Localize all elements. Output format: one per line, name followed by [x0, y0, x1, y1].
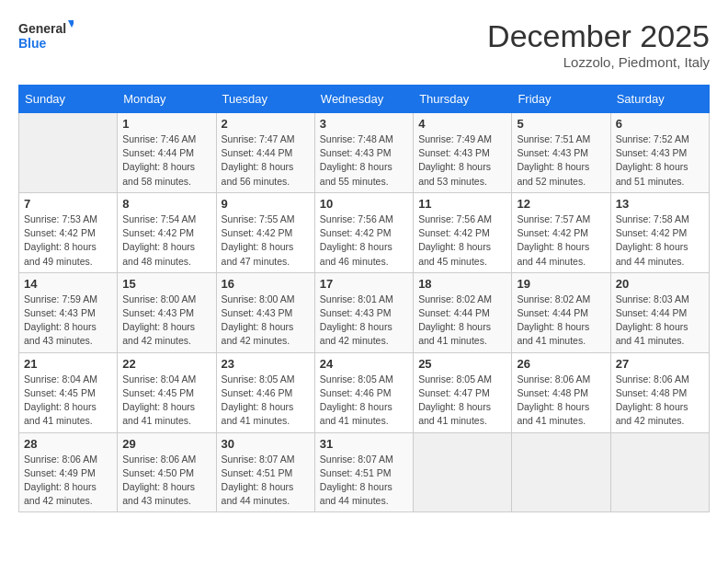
day-number: 21 [24, 357, 112, 371]
day-number: 25 [418, 357, 506, 371]
calendar-cell: 19 Sunrise: 8:02 AMSunset: 4:44 PMDaylig… [512, 272, 610, 352]
calendar-cell: 22 Sunrise: 8:04 AMSunset: 4:45 PMDaylig… [118, 352, 216, 432]
day-number: 28 [24, 437, 112, 451]
day-number: 3 [320, 117, 408, 131]
day-number: 14 [24, 277, 112, 291]
weekday-header-sunday: Sunday [19, 86, 118, 113]
day-number: 8 [122, 197, 210, 211]
weekday-header-saturday: Saturday [610, 86, 709, 113]
day-info: Sunrise: 8:06 AMSunset: 4:50 PMDaylight:… [122, 453, 210, 509]
calendar-cell: 29 Sunrise: 8:06 AMSunset: 4:50 PMDaylig… [118, 432, 216, 512]
calendar-cell: 1 Sunrise: 7:46 AMSunset: 4:44 PMDayligh… [118, 113, 216, 193]
calendar-cell: 6 Sunrise: 7:52 AMSunset: 4:43 PMDayligh… [610, 113, 709, 193]
day-number: 9 [222, 197, 310, 211]
calendar-cell [414, 432, 512, 512]
calendar-cell: 7 Sunrise: 7:53 AMSunset: 4:42 PMDayligh… [19, 192, 118, 272]
day-info: Sunrise: 7:53 AMSunset: 4:42 PMDaylight:… [24, 213, 112, 269]
day-number: 18 [418, 277, 506, 291]
day-info: Sunrise: 8:02 AMSunset: 4:44 PMDaylight:… [517, 293, 605, 349]
calendar-week-5: 28 Sunrise: 8:06 AMSunset: 4:49 PMDaylig… [19, 432, 710, 512]
calendar-cell: 31 Sunrise: 8:07 AMSunset: 4:51 PMDaylig… [314, 432, 413, 512]
day-info: Sunrise: 8:07 AMSunset: 4:51 PMDaylight:… [320, 453, 408, 509]
calendar-cell: 25 Sunrise: 8:05 AMSunset: 4:47 PMDaylig… [414, 352, 512, 432]
day-number: 31 [320, 437, 408, 451]
calendar-cell: 5 Sunrise: 7:51 AMSunset: 4:43 PMDayligh… [512, 113, 610, 193]
day-number: 27 [616, 357, 704, 371]
day-info: Sunrise: 7:46 AMSunset: 4:44 PMDaylight:… [122, 132, 210, 189]
svg-marker-2 [68, 20, 74, 28]
calendar-week-4: 21 Sunrise: 8:04 AMSunset: 4:45 PMDaylig… [19, 352, 710, 432]
calendar-cell: 23 Sunrise: 8:05 AMSunset: 4:46 PMDaylig… [216, 352, 314, 432]
day-number: 30 [222, 437, 310, 451]
day-number: 20 [616, 277, 704, 291]
day-info: Sunrise: 8:06 AMSunset: 4:49 PMDaylight:… [24, 453, 112, 509]
day-info: Sunrise: 7:51 AMSunset: 4:43 PMDaylight:… [517, 132, 605, 189]
day-info: Sunrise: 8:06 AMSunset: 4:48 PMDaylight:… [616, 373, 704, 429]
day-info: Sunrise: 7:52 AMSunset: 4:43 PMDaylight:… [616, 132, 704, 189]
calendar-cell: 3 Sunrise: 7:48 AMSunset: 4:43 PMDayligh… [314, 113, 413, 193]
calendar-cell: 24 Sunrise: 8:05 AMSunset: 4:46 PMDaylig… [314, 352, 413, 432]
calendar-cell [512, 432, 610, 512]
day-info: Sunrise: 8:05 AMSunset: 4:46 PMDaylight:… [222, 373, 310, 429]
svg-text:General: General [18, 21, 66, 36]
day-info: Sunrise: 7:49 AMSunset: 4:43 PMDaylight:… [418, 132, 506, 189]
calendar-cell: 30 Sunrise: 8:07 AMSunset: 4:51 PMDaylig… [216, 432, 314, 512]
calendar-cell: 10 Sunrise: 7:56 AMSunset: 4:42 PMDaylig… [314, 192, 413, 272]
weekday-header-row: SundayMondayTuesdayWednesdayThursdayFrid… [19, 86, 710, 113]
svg-text:Blue: Blue [18, 36, 47, 51]
weekday-header-wednesday: Wednesday [314, 86, 413, 113]
weekday-header-tuesday: Tuesday [216, 86, 314, 113]
day-number: 19 [517, 277, 605, 291]
page-header: General Blue December 2025 Lozzolo, Pied… [18, 18, 710, 70]
day-info: Sunrise: 7:57 AMSunset: 4:42 PMDaylight:… [517, 213, 605, 269]
calendar-cell: 9 Sunrise: 7:55 AMSunset: 4:42 PMDayligh… [216, 192, 314, 272]
day-number: 5 [517, 117, 605, 131]
logo-svg: General Blue [18, 18, 74, 57]
day-number: 24 [320, 357, 408, 371]
calendar-cell: 11 Sunrise: 7:56 AMSunset: 4:42 PMDaylig… [414, 192, 512, 272]
day-info: Sunrise: 7:55 AMSunset: 4:42 PMDaylight:… [222, 213, 310, 269]
day-info: Sunrise: 7:56 AMSunset: 4:42 PMDaylight:… [320, 213, 408, 269]
day-number: 22 [122, 357, 210, 371]
location-subtitle: Lozzolo, Piedmont, Italy [487, 54, 710, 70]
title-block: December 2025 Lozzolo, Piedmont, Italy [487, 18, 710, 70]
day-info: Sunrise: 8:04 AMSunset: 4:45 PMDaylight:… [122, 373, 210, 429]
day-number: 2 [222, 117, 310, 131]
day-number: 6 [616, 117, 704, 131]
day-info: Sunrise: 8:00 AMSunset: 4:43 PMDaylight:… [222, 293, 310, 349]
weekday-header-thursday: Thursday [414, 86, 512, 113]
day-info: Sunrise: 7:58 AMSunset: 4:42 PMDaylight:… [616, 213, 704, 269]
calendar-cell: 13 Sunrise: 7:58 AMSunset: 4:42 PMDaylig… [610, 192, 709, 272]
day-number: 29 [122, 437, 210, 451]
day-number: 7 [24, 197, 112, 211]
day-info: Sunrise: 7:48 AMSunset: 4:43 PMDaylight:… [320, 132, 408, 189]
calendar-cell: 27 Sunrise: 8:06 AMSunset: 4:48 PMDaylig… [610, 352, 709, 432]
calendar-cell: 18 Sunrise: 8:02 AMSunset: 4:44 PMDaylig… [414, 272, 512, 352]
day-info: Sunrise: 8:04 AMSunset: 4:45 PMDaylight:… [24, 373, 112, 429]
day-info: Sunrise: 8:06 AMSunset: 4:48 PMDaylight:… [517, 373, 605, 429]
day-info: Sunrise: 8:02 AMSunset: 4:44 PMDaylight:… [418, 293, 506, 349]
day-info: Sunrise: 7:56 AMSunset: 4:42 PMDaylight:… [418, 213, 506, 269]
calendar-cell: 20 Sunrise: 8:03 AMSunset: 4:44 PMDaylig… [610, 272, 709, 352]
day-number: 12 [517, 197, 605, 211]
calendar-cell: 17 Sunrise: 8:01 AMSunset: 4:43 PMDaylig… [314, 272, 413, 352]
weekday-header-monday: Monday [118, 86, 216, 113]
calendar-cell: 28 Sunrise: 8:06 AMSunset: 4:49 PMDaylig… [19, 432, 118, 512]
day-number: 23 [222, 357, 310, 371]
day-info: Sunrise: 8:05 AMSunset: 4:46 PMDaylight:… [320, 373, 408, 429]
day-info: Sunrise: 8:03 AMSunset: 4:44 PMDaylight:… [616, 293, 704, 349]
month-title: December 2025 [487, 18, 710, 54]
calendar-week-1: 1 Sunrise: 7:46 AMSunset: 4:44 PMDayligh… [19, 113, 710, 193]
day-info: Sunrise: 7:59 AMSunset: 4:43 PMDaylight:… [24, 293, 112, 349]
calendar-cell: 16 Sunrise: 8:00 AMSunset: 4:43 PMDaylig… [216, 272, 314, 352]
calendar-week-2: 7 Sunrise: 7:53 AMSunset: 4:42 PMDayligh… [19, 192, 710, 272]
day-info: Sunrise: 7:54 AMSunset: 4:42 PMDaylight:… [122, 213, 210, 269]
calendar-cell: 21 Sunrise: 8:04 AMSunset: 4:45 PMDaylig… [19, 352, 118, 432]
day-number: 4 [418, 117, 506, 131]
calendar-table: SundayMondayTuesdayWednesdayThursdayFrid… [18, 85, 710, 512]
day-number: 15 [122, 277, 210, 291]
day-info: Sunrise: 8:00 AMSunset: 4:43 PMDaylight:… [122, 293, 210, 349]
calendar-cell [19, 113, 118, 193]
calendar-cell: 15 Sunrise: 8:00 AMSunset: 4:43 PMDaylig… [118, 272, 216, 352]
day-number: 13 [616, 197, 704, 211]
